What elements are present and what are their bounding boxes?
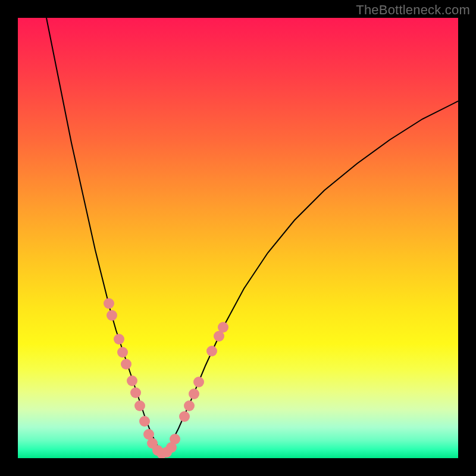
data-marker (114, 334, 124, 345)
data-marker (218, 322, 228, 333)
outer-frame: TheBottleneck.com (0, 0, 476, 476)
data-marker (104, 298, 114, 309)
data-marker (189, 389, 199, 399)
data-marker (107, 310, 117, 321)
curve-left-branch (46, 18, 162, 455)
data-marker (206, 346, 217, 356)
curve-right-branch (162, 101, 458, 455)
data-marker (193, 377, 204, 387)
data-marker (134, 400, 145, 411)
data-marker (130, 387, 141, 398)
data-marker (117, 347, 128, 358)
data-marker (184, 400, 195, 411)
data-marker (179, 411, 190, 422)
watermark-text: TheBottleneck.com (356, 2, 470, 18)
data-marker (127, 375, 137, 386)
chart-svg (18, 18, 458, 458)
data-marker (139, 416, 150, 427)
marker-group (104, 298, 228, 458)
plot-area (18, 18, 458, 458)
data-marker (170, 434, 180, 444)
data-marker (121, 359, 131, 369)
